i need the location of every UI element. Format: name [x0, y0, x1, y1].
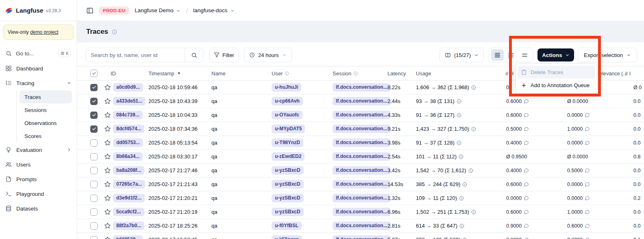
- header-latency[interactable]: Latency: [387, 66, 406, 80]
- table-row[interactable]: d3e9d1f2... 2025-02-17 21:20:21 qa u-yzS…: [77, 191, 644, 205]
- user-badge[interactable]: u-yzSBxcD: [272, 208, 304, 216]
- select-all-checkbox[interactable]: [90, 70, 98, 77]
- session-badge[interactable]: lf.docs.conversation...: [333, 180, 391, 188]
- bookmark-star-icon[interactable]: [104, 122, 111, 136]
- user-badge[interactable]: u-yzSBxcD: [272, 180, 304, 188]
- table-row[interactable]: a433de51... 2025-02-18 10:43:39 qa u-cp6…: [77, 94, 644, 108]
- trace-id-badge[interactable]: a0cd0d9...: [113, 83, 143, 91]
- user-badge[interactable]: u-yzSBxcD: [272, 194, 304, 202]
- export-selection-button[interactable]: Export selection: [578, 48, 637, 62]
- demo-project-link[interactable]: demo project: [30, 29, 58, 35]
- session-badge[interactable]: lf.docs.conversation...: [333, 111, 391, 119]
- comment-bubble-icon[interactable]: [585, 195, 590, 201]
- sidebar-item-traces[interactable]: Traces: [20, 90, 72, 103]
- sidebar-item-prompts[interactable]: Prompts: [0, 172, 77, 186]
- row-checkbox[interactable]: [90, 181, 98, 188]
- trace-id-badge[interactable]: 07265c7a...: [113, 180, 145, 188]
- comment-bubble-icon[interactable]: [585, 209, 590, 215]
- info-icon[interactable]: [471, 210, 476, 215]
- trace-id-badge[interactable]: 88f2a7b0...: [113, 221, 144, 230]
- header-timestamp[interactable]: Timestamp ▼: [148, 66, 181, 80]
- table-row[interactable]: 8b66a34... 2025-02-18 03:30:17 qa u-zEwd…: [77, 150, 644, 164]
- bookmark-star-icon[interactable]: [104, 233, 111, 239]
- header-user[interactable]: User: [272, 66, 289, 80]
- info-icon[interactable]: [457, 113, 461, 118]
- sidebar-item-observations[interactable]: Observations: [20, 116, 72, 129]
- actions-button[interactable]: Actions: [537, 48, 574, 61]
- table-row[interactable]: 07265c7a... 2025-02-17 21:21:43 qa u-yzS…: [77, 178, 644, 191]
- row-checkbox-checked[interactable]: [90, 112, 98, 119]
- header-score-c[interactable]: # I: [625, 66, 631, 80]
- row-checkbox-checked[interactable]: [90, 125, 98, 133]
- row-height-large-button[interactable]: [518, 49, 531, 61]
- sidebar-item-dashboard[interactable]: Dashboard: [0, 61, 77, 76]
- header-usage[interactable]: Usage: [416, 66, 431, 80]
- user-badge[interactable]: u-cp66Avh: [272, 97, 303, 105]
- trace-id-badge[interactable]: 8dcf4574...: [113, 125, 144, 133]
- bookmark-star-icon[interactable]: [104, 178, 111, 191]
- trace-id-badge[interactable]: dd05753...: [113, 138, 143, 147]
- search-input[interactable]: [86, 52, 185, 58]
- session-badge[interactable]: lf.docs.conversation...: [333, 152, 391, 160]
- comment-bubble-icon[interactable]: [524, 209, 529, 215]
- project-switcher[interactable]: langfuse-docs: [193, 7, 235, 13]
- header-id[interactable]: ID: [111, 66, 116, 80]
- row-checkbox[interactable]: [90, 167, 98, 174]
- row-height-small-button[interactable]: [491, 49, 504, 61]
- row-checkbox[interactable]: [90, 153, 98, 160]
- session-badge[interactable]: lf.docs.conversation...: [333, 235, 391, 239]
- bookmark-star-icon[interactable]: [104, 164, 111, 177]
- info-icon[interactable]: [462, 237, 467, 239]
- comment-bubble-icon[interactable]: [524, 126, 529, 132]
- sidebar-item-tracing[interactable]: Tracing: [0, 76, 77, 90]
- sidebar-item-evaluation[interactable]: Evaluation: [0, 143, 77, 157]
- comment-bubble-icon[interactable]: [585, 168, 590, 173]
- header-score-relevance[interactable]: relevance (...: [598, 66, 627, 80]
- table-row[interactable]: 084c739... 2025-02-18 10:04:33 qa u-OYau…: [77, 108, 644, 122]
- session-badge[interactable]: lf.docs.conversation...: [333, 97, 391, 105]
- bookmark-star-icon[interactable]: [104, 108, 111, 122]
- info-icon[interactable]: [468, 168, 473, 173]
- sidebar-item-scores[interactable]: Scores: [20, 129, 72, 143]
- bookmark-star-icon[interactable]: [104, 205, 111, 219]
- table-row[interactable]: dd05753... 2025-02-18 05:13:54 qa u-T98Y…: [77, 136, 644, 150]
- comment-bubble-icon[interactable]: [524, 112, 529, 118]
- table-row[interactable]: ba8a208f... 2025-02-17 21:27:46 qa u-yzS…: [77, 164, 644, 178]
- trace-id-badge[interactable]: 8b66a34...: [113, 152, 143, 160]
- comment-bubble-icon[interactable]: [585, 223, 590, 228]
- user-badge[interactable]: u-f0YfBSL: [272, 221, 302, 230]
- row-checkbox[interactable]: [90, 195, 98, 202]
- bookmark-star-icon[interactable]: [104, 81, 111, 94]
- org-switcher[interactable]: Langfuse Demo: [135, 7, 181, 13]
- comment-bubble-icon[interactable]: [585, 126, 590, 132]
- header-session[interactable]: Session: [333, 66, 358, 80]
- session-badge[interactable]: lf.docs.conversation...: [333, 138, 391, 147]
- goto-search[interactable]: Go to... ⌘ K: [3, 50, 74, 57]
- row-height-medium-button[interactable]: [505, 49, 517, 61]
- header-name[interactable]: Name: [211, 66, 226, 80]
- table-row[interactable]: 5cca9cf2... 2025-02-17 21:20:19 qa u-yzS…: [77, 205, 644, 219]
- sidebar-item-playground[interactable]: Playground: [0, 186, 77, 201]
- session-badge[interactable]: lf.docs.conversation...: [333, 221, 391, 230]
- table-row[interactable]: 88f2a7b0... 2025-02-17 18:25:26 qa u-f0Y…: [77, 219, 644, 233]
- user-badge[interactable]: u-zEwdED2: [272, 152, 305, 160]
- info-icon[interactable]: [457, 99, 461, 104]
- trace-id-badge[interactable]: ba8a208f...: [113, 166, 144, 174]
- bookmark-star-icon[interactable]: [104, 219, 111, 232]
- filter-button[interactable]: Filter: [209, 48, 239, 62]
- menu-item-add-to-annotation-queue[interactable]: Add to Annotation Queue: [518, 79, 596, 92]
- time-range-select[interactable]: 24 hours: [244, 48, 292, 62]
- user-badge[interactable]: u-OYauofc: [272, 111, 302, 119]
- info-icon[interactable]: [462, 182, 467, 187]
- trace-id-badge[interactable]: 5cca9cf2...: [113, 208, 144, 216]
- comment-bubble-icon[interactable]: [585, 112, 590, 118]
- row-checkbox-checked[interactable]: [90, 84, 98, 91]
- comment-bubble-icon[interactable]: [524, 99, 529, 104]
- comment-bubble-icon[interactable]: [524, 237, 529, 239]
- trace-id-badge[interactable]: 084c739...: [113, 111, 143, 119]
- comment-bubble-icon[interactable]: [524, 140, 529, 145]
- row-checkbox[interactable]: [90, 208, 98, 216]
- user-badge[interactable]: u-T98YnzD: [272, 138, 303, 147]
- bookmark-star-icon[interactable]: [104, 150, 111, 163]
- session-badge[interactable]: lf.docs.conversation...: [333, 125, 391, 133]
